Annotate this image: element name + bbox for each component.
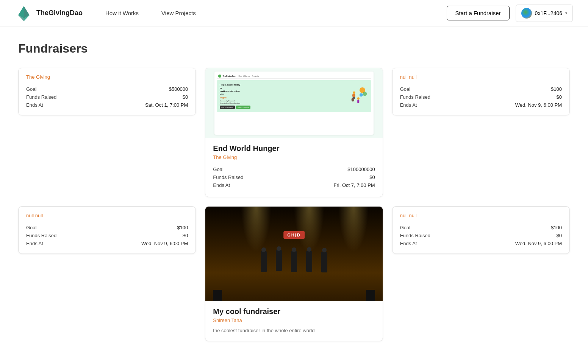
fundraiser-card-5[interactable]: GH|D <box>205 206 383 341</box>
navbar-links: How it Works View Projects <box>105 10 196 16</box>
ends-label-4: Ends At <box>26 241 43 246</box>
main-content: Fundraisers The Giving Goal $500000 Fund… <box>0 26 588 356</box>
ends-value-1: Sat. Oct 1, 7:00 PM <box>145 102 188 108</box>
svg-point-13 <box>357 97 360 100</box>
logo-link[interactable]: TheGivingDao <box>15 5 83 22</box>
hero-line1: Help a cause today by <box>220 84 240 89</box>
funds-value-3: $0 <box>557 94 562 100</box>
goal-value-2: $100000000 <box>347 166 375 172</box>
card-category-2: The Giving <box>213 154 375 160</box>
concert-light-1 <box>241 207 271 252</box>
goal-label-4: Goal <box>26 225 36 230</box>
card-body-1: The Giving Goal $500000 Funds Raised $0 … <box>19 68 195 115</box>
svg-point-6 <box>360 93 363 97</box>
card-body-5: My cool fundraiser Shireen Taha the cool… <box>205 301 382 341</box>
card-category-5: Shireen Taha <box>213 317 375 323</box>
card-title-5: My cool fundraiser <box>213 307 375 316</box>
screenshot-hero-content: Help a cause today by making a donation … <box>220 83 256 109</box>
concert-light-3 <box>338 207 369 252</box>
svg-marker-3 <box>18 6 24 18</box>
ends-label-1: Ends At <box>26 102 43 108</box>
funds-row-6: Funds Raised $0 <box>400 232 562 240</box>
funds-label-4: Funds Raised <box>26 233 56 238</box>
goal-value-4: $100 <box>177 225 188 230</box>
ghd-sign: GH|D <box>283 231 305 239</box>
svg-rect-10 <box>354 94 355 96</box>
wallet-avatar <box>521 8 532 19</box>
screenshot-logo <box>218 75 221 78</box>
funds-row-4: Funds Raised $0 <box>26 232 188 240</box>
screenshot-btn1: Start a Fundraiser <box>220 106 235 109</box>
how-it-works-link[interactable]: How it Works <box>105 10 139 16</box>
ends-row-4: Ends At Wed. Nov 9, 6:00 PM <box>26 240 188 247</box>
fundraiser-card-1[interactable]: The Giving Goal $500000 Funds Raised $0 … <box>18 68 196 115</box>
musician-5 <box>321 252 327 272</box>
ends-row-6: Ends At Wed. Nov 9, 6:00 PM <box>400 240 562 247</box>
ends-value-3: Wed. Nov 9, 6:00 PM <box>515 102 562 108</box>
ends-row-2: Ends At Fri. Oct 7, 7:00 PM <box>213 181 375 189</box>
speaker-right <box>366 290 375 301</box>
screenshot-site-name: TheGivingDao <box>223 75 236 77</box>
fundraiser-card-3[interactable]: null null Goal $100 Funds Raised $0 Ends… <box>392 68 570 115</box>
fundraiser-card-6[interactable]: null null Goal $100 Funds Raised $0 Ends… <box>392 206 570 254</box>
svg-point-5 <box>363 92 367 96</box>
goal-label-1: Goal <box>26 86 36 92</box>
screenshot-nav-link1: How it Works <box>239 75 250 77</box>
card-stats-2: Goal $100000000 Funds Raised $0 Ends At … <box>213 165 375 189</box>
funds-row-2: Funds Raised $0 <box>213 173 375 181</box>
funds-row-1: Funds Raised $0 <box>26 93 188 101</box>
goal-label-6: Goal <box>400 225 410 230</box>
goal-row-4: Goal $100 <box>26 224 188 232</box>
navbar-right: Start a Fundraiser 0x1F...2406 ▾ <box>447 5 573 22</box>
fundraiser-card-4[interactable]: null null Goal $100 Funds Raised $0 Ends… <box>18 206 196 254</box>
goal-row-1: Goal $500000 <box>26 85 188 93</box>
hero-line2: making a donation with <box>220 90 240 95</box>
card-image-2: TheGivingDao How it Works Projects Help … <box>205 68 382 138</box>
start-fundraiser-button[interactable]: Start a Fundraiser <box>447 6 510 20</box>
screenshot-nav: TheGivingDao How it Works Projects <box>217 74 372 79</box>
svg-rect-14 <box>358 100 360 103</box>
funds-label-1: Funds Raised <box>26 94 56 100</box>
card-category-4: null null <box>26 213 188 218</box>
view-projects-link[interactable]: View Projects <box>161 10 196 16</box>
card-body-2: End World Hunger The Giving Goal $100000… <box>205 138 382 197</box>
ends-row-3: Ends At Wed. Nov 9, 6:00 PM <box>400 101 562 109</box>
concert-stage: GH|D <box>205 207 382 301</box>
svg-rect-12 <box>354 97 355 99</box>
screenshot-btn2: Make a Donation <box>236 106 250 109</box>
goal-value-3: $100 <box>551 86 562 92</box>
screenshot-hero: Help a cause today by making a donation … <box>217 80 372 112</box>
funds-value-4: $0 <box>183 233 188 238</box>
wallet-button[interactable]: 0x1F...2406 ▾ <box>516 5 573 22</box>
fundraiser-card-2[interactable]: TheGivingDao How it Works Projects Help … <box>205 68 383 197</box>
goal-row-2: Goal $100000000 <box>213 165 375 173</box>
ends-value-2: Fri. Oct 7, 7:00 PM <box>334 182 375 188</box>
ends-label-2: Ends At <box>213 182 230 188</box>
card-description-5: the coolest fundraiser in the whole enti… <box>213 328 375 333</box>
musician-1 <box>261 251 267 272</box>
screenshot-preview: TheGivingDao How it Works Projects Help … <box>214 72 374 135</box>
speaker-left <box>213 290 222 301</box>
goal-label-3: Goal <box>400 86 410 92</box>
svg-point-7 <box>353 92 355 94</box>
funds-value-2: $0 <box>369 174 375 180</box>
screenshot-illustration <box>349 87 368 106</box>
card-category-3: null null <box>400 74 562 80</box>
card-stats-1: Goal $500000 Funds Raised $0 Ends At Sat… <box>26 85 188 109</box>
concert-light-2 <box>294 207 324 252</box>
logo-text: TheGivingDao <box>36 9 83 17</box>
goal-row-6: Goal $100 <box>400 224 562 232</box>
hero-crypto: crypto. <box>220 96 227 99</box>
svg-rect-16 <box>353 95 353 100</box>
card-stats-3: Goal $100 Funds Raised $0 Ends At Wed. N… <box>400 85 562 109</box>
card-category-6: null null <box>400 213 562 218</box>
goal-row-3: Goal $100 <box>400 85 562 93</box>
musician-2 <box>276 250 282 271</box>
funds-value-6: $0 <box>557 233 562 238</box>
funds-label-3: Funds Raised <box>400 94 430 100</box>
card-body-3: null null Goal $100 Funds Raised $0 Ends… <box>393 68 569 115</box>
screenshot-hero-buttons: Start a Fundraiser Make a Donation <box>220 106 256 109</box>
navbar: TheGivingDao How it Works View Projects … <box>0 0 588 26</box>
funds-label-6: Funds Raised <box>400 233 430 238</box>
card-title-2: End World Hunger <box>213 144 375 153</box>
